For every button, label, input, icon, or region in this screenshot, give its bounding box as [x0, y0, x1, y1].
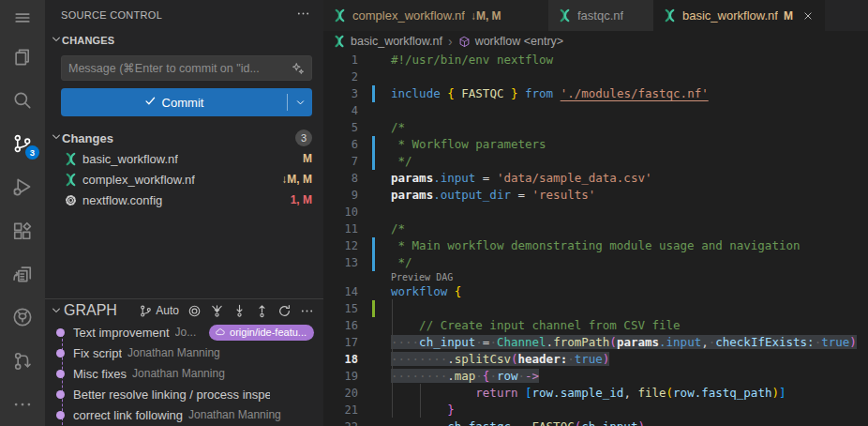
code-line-22[interactable]: 22 ch_fastqc = FASTQC(ch_input): [323, 418, 868, 426]
changes-group-row[interactable]: Changes 3: [45, 128, 323, 148]
code-line-15[interactable]: 15: [323, 300, 868, 317]
graph-section-label: GRAPH: [64, 302, 117, 319]
graph-action-fetch[interactable]: [210, 304, 224, 318]
code-line-14[interactable]: 14workflow {: [323, 283, 868, 300]
graph-action-target[interactable]: [187, 304, 202, 318]
activity-github[interactable]: [0, 296, 45, 339]
selection-highlight: ····ch_input·=·Channel.fromPath(params.i…: [391, 335, 857, 349]
file-status-badge: M: [303, 152, 312, 165]
code-line-5[interactable]: 5/*: [323, 119, 868, 136]
line-number: 11: [323, 222, 367, 236]
activity-more-views[interactable]: [0, 383, 45, 426]
graph-action-ellipsis[interactable]: [300, 304, 314, 318]
gutter-added-icon: [372, 300, 375, 317]
line-number: 21: [323, 403, 367, 417]
commit-message-placeholder: Message (⌘Enter to commit on "id...: [68, 61, 292, 75]
breadcrumb-symbol[interactable]: workflow <entry>: [475, 35, 563, 48]
changed-file-row[interactable]: basic_workflow.nfM: [45, 148, 323, 169]
code-line-21[interactable]: 21 }: [323, 402, 868, 418]
commit-row[interactable]: correct link followingJonathan Manning: [45, 404, 323, 425]
commit-dot-icon: [56, 390, 65, 399]
selection-highlight: ········.splitCsv(header:·true): [391, 352, 609, 366]
code-line-18[interactable]: 18········.splitCsv(header:·true): [323, 351, 868, 368]
code-line-11[interactable]: 11/*: [323, 221, 868, 237]
code-text: }: [391, 402, 455, 418]
gutter-modified-icon: [372, 237, 375, 254]
activity-search[interactable]: [0, 79, 45, 122]
gutter-modified-icon: [372, 85, 375, 102]
selection-highlight: ········.map·{·row·->: [391, 369, 539, 383]
more-actions-icon[interactable]: [296, 7, 310, 24]
menu-icon: [14, 9, 31, 26]
tab-bar: complex_workflow.nf↓M, Mfastqc.nfbasic_w…: [323, 0, 868, 31]
code-line-13[interactable]: 13 */: [323, 254, 868, 271]
activity-git-graph[interactable]: [0, 339, 45, 382]
activity-extensions[interactable]: [0, 209, 45, 252]
changed-files-list: basic_workflow.nfMcomplex_workflow.nf↓M,…: [45, 148, 323, 210]
code-line-8[interactable]: 8params.input = 'data/sample_data.csv': [323, 170, 868, 187]
code-line-1[interactable]: 1#!/usr/bin/env nextflow: [323, 52, 868, 68]
branch-badge[interactable]: origin/ide-featu...: [209, 325, 314, 341]
activity-explorer[interactable]: [0, 35, 45, 78]
code-line-3[interactable]: 3include { FASTQC } from './modules/fast…: [323, 85, 868, 102]
graph-section-header[interactable]: GRAPH Auto: [45, 299, 323, 322]
sidebar-title-row: SOURCE CONTROL: [45, 0, 323, 30]
changes-section-header[interactable]: CHANGES: [45, 30, 323, 51]
code-line-4[interactable]: 4: [323, 102, 868, 119]
graph-action-branch[interactable]: Auto: [139, 304, 179, 318]
commit-message-input[interactable]: Message (⌘Enter to commit on "id...: [61, 55, 312, 81]
graph-action-pull[interactable]: [232, 304, 247, 318]
code-line-2[interactable]: 2: [323, 68, 868, 85]
breadcrumb: basic_workflow.nf › workflow <entry>: [323, 31, 868, 52]
commit-row[interactable]: Better resolve linking / process inspect…: [45, 384, 323, 404]
breadcrumb-file[interactable]: basic_workflow.nf: [351, 35, 442, 48]
tab-label: fastqc.nf: [577, 8, 623, 23]
activity-document-tools[interactable]: [0, 252, 45, 296]
line-number: 16: [323, 319, 367, 332]
code-line-12[interactable]: 12 * Main workflow demonstrating module …: [323, 237, 868, 254]
line-number: 20: [323, 387, 367, 400]
commit-dot-icon: [56, 411, 65, 419]
line-number: 9: [323, 189, 367, 202]
code-editor[interactable]: 1#!/usr/bin/env nextflow23include { FAST…: [323, 52, 868, 426]
codelens-preview-dag[interactable]: Preview DAG: [323, 271, 868, 283]
tab-fastqc.nf[interactable]: fastqc.nf: [548, 0, 653, 31]
tab-label: basic_workflow.nf: [682, 8, 778, 23]
activity-source-control[interactable]: 3: [0, 122, 45, 165]
commit-title: Misc fixes: [73, 367, 127, 381]
graph-action-refresh[interactable]: [277, 304, 292, 318]
line-number: 5: [323, 121, 367, 134]
code-line-17[interactable]: 17····ch_input·=·Channel.fromPath(params…: [323, 334, 868, 351]
commit-dot-icon: [56, 349, 65, 358]
tab-complex_workflow.nf[interactable]: complex_workflow.nf↓M, M: [323, 0, 548, 31]
chevron-right-icon: ›: [448, 34, 453, 49]
code-line-10[interactable]: 10: [323, 204, 868, 221]
sparkle-icon[interactable]: [292, 62, 305, 75]
commit-row[interactable]: Text improvementJo...origin/ide-featu...: [45, 322, 323, 342]
code-line-20[interactable]: 20 return [row.sample_id, file(row.fastq…: [323, 385, 868, 402]
code-line-9[interactable]: 9params.output_dir = 'results': [323, 187, 868, 204]
line-number: 7: [323, 155, 367, 168]
commit-dropdown-button[interactable]: [288, 88, 312, 116]
code-line-16[interactable]: 16 // Create input channel from CSV file: [323, 317, 868, 334]
changed-file-row[interactable]: complex_workflow.nf↓M, M: [45, 169, 323, 190]
vscode-window: 3 SOURCE CONTROL CHANGES Message (⌘Enter…: [0, 0, 868, 426]
changed-file-row[interactable]: nextflow.config1, M: [45, 190, 323, 210]
line-number: 8: [323, 172, 367, 185]
commit-row[interactable]: Fix scriptJonathan Manning: [45, 342, 323, 363]
commit-button[interactable]: Commit: [61, 88, 312, 116]
line-number: 19: [323, 370, 367, 383]
tab-basic_workflow.nf[interactable]: basic_workflow.nfM: [653, 0, 825, 31]
activity-menu[interactable]: [0, 0, 45, 35]
activity-run-debug[interactable]: [0, 165, 45, 208]
close-icon[interactable]: [801, 8, 816, 23]
commit-row[interactable]: Misc fixesJonathan Manning: [45, 363, 323, 384]
graph-action-push[interactable]: [255, 304, 269, 318]
code-line-19[interactable]: 19········.map·{·row·->: [323, 368, 868, 385]
code-text: */: [391, 153, 412, 170]
gutter-modified-icon: [372, 136, 375, 153]
commit-title: Better resolve linking / process inspect…: [73, 388, 270, 402]
code-line-7[interactable]: 7 */: [323, 153, 868, 170]
push-icon: [255, 304, 269, 318]
code-line-6[interactable]: 6 * Workflow parameters: [323, 136, 868, 153]
